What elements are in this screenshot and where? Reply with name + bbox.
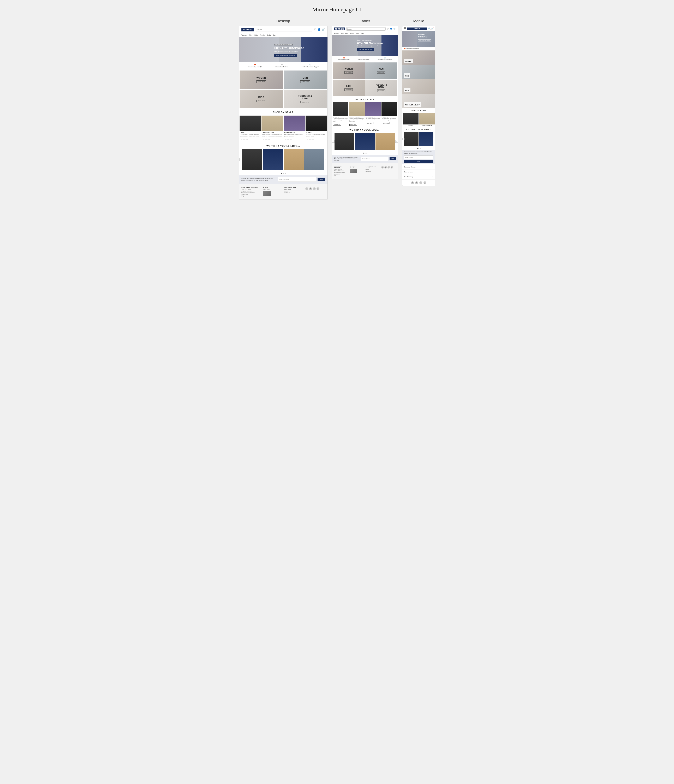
account-icon[interactable]: 👤 bbox=[318, 28, 321, 31]
hamburger-menu-icon[interactable]: ☰ bbox=[404, 27, 406, 30]
tablet-footer-company-careers[interactable]: Careers bbox=[365, 169, 380, 170]
tablet-category-women-button[interactable]: SHOP NOW bbox=[345, 72, 353, 74]
footer-cs-faq[interactable]: FAQ bbox=[242, 195, 261, 197]
tablet-rewards-join-button[interactable]: JOIN bbox=[390, 157, 396, 160]
tablet-footer-cs-faq[interactable]: FAQ bbox=[334, 175, 349, 176]
footer-cs-sizes[interactable]: Size Charts bbox=[242, 194, 261, 195]
mobile-love-dot-1[interactable] bbox=[417, 148, 418, 149]
tablet-love-prev-button[interactable]: ‹ bbox=[332, 140, 334, 143]
mobile-instagram-icon[interactable]: ◉ bbox=[415, 181, 418, 184]
tablet-footer-cs-sizes[interactable]: Size Charts bbox=[334, 173, 349, 175]
nav-women[interactable]: Women bbox=[242, 34, 247, 36]
love-dot-1[interactable] bbox=[281, 173, 282, 174]
rewards-join-button[interactable]: JOIN bbox=[318, 177, 325, 181]
tablet-nav-toddler[interactable]: Toddler bbox=[349, 33, 354, 34]
tablet-nav-sale[interactable]: Sale bbox=[361, 33, 364, 34]
mobile-love-dot-2[interactable] bbox=[418, 148, 419, 149]
style-formal-button[interactable]: SHOP NOW bbox=[306, 139, 315, 141]
tablet-nav-baby[interactable]: Baby bbox=[356, 33, 359, 34]
mobile-twitter-icon[interactable]: t bbox=[419, 181, 422, 184]
mobile-rewards-email-input[interactable] bbox=[404, 156, 434, 159]
mobile-love-prev-button[interactable]: ‹ bbox=[403, 138, 404, 140]
mobile-pinterest-icon[interactable]: p bbox=[423, 181, 426, 184]
tablet-love-dot-2[interactable] bbox=[365, 152, 365, 154]
desktop-search-input[interactable] bbox=[256, 28, 312, 31]
cart-icon[interactable]: 🛒 bbox=[322, 28, 325, 31]
footer-cs-returns[interactable]: Returns and Exchanges bbox=[242, 192, 261, 193]
mobile-hero-cta-button[interactable]: SHOP COATS AND JACKETS bbox=[418, 39, 431, 42]
mobile-love-grid bbox=[404, 132, 434, 146]
tablet-nav-kids[interactable]: Kids bbox=[345, 33, 348, 34]
category-women-button[interactable]: SHOP NOW bbox=[256, 81, 266, 83]
tablet-style-office-button[interactable]: SHOP NOW bbox=[349, 124, 357, 126]
tablet-footer-cs-returns[interactable]: Returns and Exchanges bbox=[334, 172, 349, 173]
mobile-footer-company[interactable]: Our Company + bbox=[403, 174, 435, 180]
pinterest-icon[interactable]: p bbox=[317, 187, 320, 190]
tablet-category-toddler-button[interactable]: SHOP NOW bbox=[377, 90, 385, 92]
tablet-facebook-icon[interactable]: f bbox=[381, 166, 384, 168]
style-office-button[interactable]: SHOP NOW bbox=[262, 139, 271, 141]
tablet-style-casual-button[interactable]: SHOP NOW bbox=[333, 124, 341, 126]
mobile-facebook-icon[interactable]: f bbox=[411, 181, 414, 184]
mobile-love-dot-3[interactable] bbox=[420, 148, 421, 149]
mobile-cart-icon[interactable]: 🛒 bbox=[431, 28, 434, 30]
tablet-footer-company-about[interactable]: About Mirror bbox=[365, 167, 380, 168]
footer-company-careers[interactable]: Careers bbox=[284, 190, 304, 192]
tablet-nav-men[interactable]: Men bbox=[341, 33, 343, 34]
love-next-button[interactable]: › bbox=[324, 158, 327, 161]
tablet-love-dot-1[interactable] bbox=[363, 152, 364, 154]
tablet-love-dot-3[interactable] bbox=[367, 152, 367, 154]
love-dot-2[interactable] bbox=[283, 173, 284, 174]
category-toddler-button[interactable]: SHOP NOW bbox=[300, 101, 310, 103]
footer-cs-shipping[interactable]: Shipping Information bbox=[242, 190, 261, 192]
wishlist-icon[interactable]: ♡ bbox=[314, 28, 316, 31]
tablet-style-active-button[interactable]: SHOP NOW bbox=[366, 122, 374, 124]
tablet-rewards-email-input[interactable] bbox=[361, 157, 388, 161]
tablet-pinterest-icon[interactable]: p bbox=[391, 166, 393, 168]
category-men-button[interactable]: SHOP NOW bbox=[300, 81, 310, 83]
tablet-love-next-button[interactable]: › bbox=[395, 140, 398, 143]
love-item-4 bbox=[304, 149, 325, 170]
tablet-footer-company-contact[interactable]: Contact Us bbox=[365, 171, 380, 172]
love-prev-button[interactable]: ‹ bbox=[239, 158, 242, 161]
love-dot-3[interactable] bbox=[285, 173, 286, 174]
mobile-rewards-join-button[interactable]: JOIN bbox=[404, 160, 434, 163]
tablet-twitter-icon[interactable]: t bbox=[387, 166, 390, 168]
tablet-footer-cs-track[interactable]: Track Your Order bbox=[334, 168, 349, 170]
style-active-button[interactable]: SHOP NOW bbox=[284, 139, 293, 141]
tablet-category-kids-button[interactable]: SHOP NOW bbox=[345, 89, 353, 91]
style-casual-button[interactable]: SHOP NOW bbox=[240, 139, 249, 141]
mobile-love-next-button[interactable]: › bbox=[433, 138, 435, 140]
category-kids-button[interactable]: SHOP NOW bbox=[256, 100, 266, 102]
mobile-footer-cs[interactable]: Customer Service + bbox=[403, 164, 435, 170]
footer-social-icons: f ◉ t p bbox=[305, 187, 325, 190]
tablet-cart-icon[interactable]: 🛒 bbox=[393, 28, 396, 30]
tablet-style-formal-button[interactable]: SHOP NOW bbox=[382, 122, 390, 124]
footer-cs-track[interactable]: Track Your Order bbox=[242, 189, 261, 190]
tablet-wishlist-icon[interactable]: ♡ bbox=[387, 28, 389, 30]
nav-men[interactable]: Men bbox=[249, 34, 253, 36]
facebook-icon[interactable]: f bbox=[305, 187, 308, 190]
tablet-footer-store-find[interactable]: Find a Store bbox=[350, 167, 364, 168]
mobile-search-icon[interactable]: 🔍 bbox=[428, 28, 431, 30]
nav-sale[interactable]: Sale bbox=[273, 34, 276, 36]
tablet-instagram-icon[interactable]: ◉ bbox=[384, 166, 387, 168]
tablet-footer-cs-shipping[interactable]: Shipping Information bbox=[334, 170, 349, 171]
tablet-hero-cta-button[interactable]: SHOP COATS AND JACKETS bbox=[357, 48, 374, 51]
tablet-account-icon[interactable]: 👤 bbox=[390, 28, 392, 30]
nav-baby[interactable]: Baby bbox=[267, 34, 271, 36]
footer-company-about[interactable]: About Mirror bbox=[284, 189, 304, 190]
instagram-icon[interactable]: ◉ bbox=[309, 187, 312, 190]
tablet-nav-women[interactable]: Women bbox=[334, 33, 339, 34]
hero-cta-button[interactable]: SHOP COATS AND JACKETS bbox=[274, 54, 296, 57]
tablet-category-men-label: MEN SHOP NOW bbox=[377, 68, 385, 74]
footer-store-find[interactable]: Find a Store bbox=[263, 189, 282, 190]
nav-kids[interactable]: Kids bbox=[254, 34, 258, 36]
nav-toddler[interactable]: Toddler bbox=[260, 34, 265, 36]
tablet-search-input[interactable] bbox=[346, 27, 386, 31]
twitter-icon[interactable]: t bbox=[313, 187, 316, 190]
mobile-footer-store[interactable]: Store Locator bbox=[403, 170, 435, 174]
rewards-email-input[interactable] bbox=[278, 177, 316, 182]
tablet-category-men-button[interactable]: SHOP NOW bbox=[377, 72, 385, 74]
footer-company-contact[interactable]: Contact Us bbox=[284, 192, 304, 193]
